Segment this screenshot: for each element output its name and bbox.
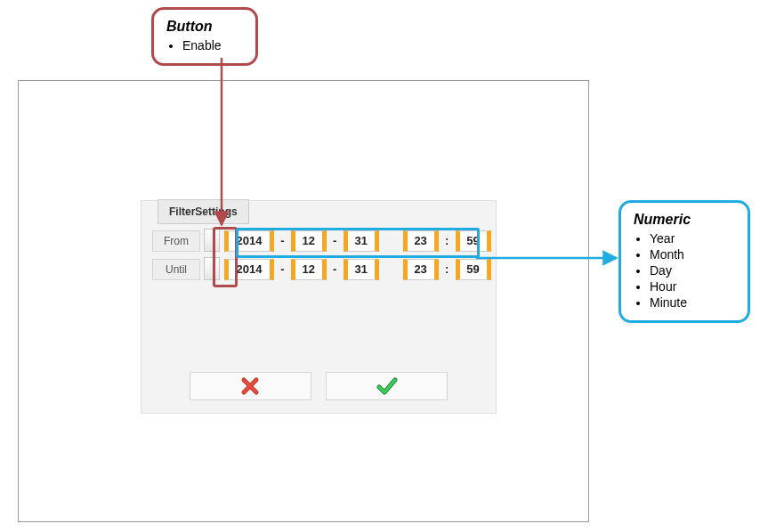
callout-button-title: Button <box>166 19 243 35</box>
row-from: From 2014 - 12 - 31 23 : 59 <box>152 230 496 254</box>
sep-dash: - <box>330 234 339 247</box>
cancel-button[interactable] <box>190 372 311 400</box>
from-year[interactable]: 2014 <box>224 230 274 252</box>
until-day[interactable]: 31 <box>344 259 379 280</box>
until-fields: 2014 - 12 - 31 23 : 59 <box>224 259 491 280</box>
row-from-label: From <box>152 230 200 252</box>
until-month[interactable]: 12 <box>291 259 327 280</box>
sep-dash: - <box>278 262 287 276</box>
tab-filter-settings[interactable]: FilterSettings <box>158 199 249 224</box>
sep-colon: : <box>442 262 451 276</box>
cross-icon <box>240 376 260 396</box>
callout-numeric-item-month: Month <box>650 247 735 262</box>
row-until-label: Until <box>152 259 200 280</box>
confirm-button[interactable] <box>326 372 448 400</box>
callout-numeric-item-day: Day <box>650 263 735 278</box>
callout-button-item: Enable <box>182 38 243 52</box>
from-day[interactable]: 31 <box>344 230 379 252</box>
callout-numeric-item-year: Year <box>650 231 735 246</box>
callout-button: Button Enable <box>151 7 258 66</box>
until-enable-button[interactable] <box>204 257 220 280</box>
sep-dash: - <box>278 234 287 247</box>
check-icon <box>376 376 398 396</box>
until-minute[interactable]: 59 <box>456 259 491 280</box>
callout-numeric: Numeric Year Month Day Hour Minute <box>618 200 750 323</box>
from-hour[interactable]: 23 <box>403 230 439 252</box>
until-hour[interactable]: 23 <box>403 259 439 280</box>
sep-dash: - <box>330 262 339 276</box>
from-minute[interactable]: 59 <box>456 230 491 252</box>
callout-numeric-title: Numeric <box>634 212 735 228</box>
until-year[interactable]: 2014 <box>224 259 274 280</box>
sep-colon: : <box>442 234 451 247</box>
filter-settings-dialog: FilterSettings From 2014 - 12 - 31 23 : … <box>141 200 497 414</box>
from-month[interactable]: 12 <box>291 230 327 252</box>
from-fields: 2014 - 12 - 31 23 : 59 <box>224 230 491 252</box>
callout-numeric-item-minute: Minute <box>650 295 735 310</box>
row-until: Until 2014 - 12 - 31 23 : 59 <box>152 258 496 283</box>
dialog-actions <box>141 372 496 400</box>
from-enable-button[interactable] <box>204 229 220 252</box>
callout-numeric-item-hour: Hour <box>650 279 735 294</box>
